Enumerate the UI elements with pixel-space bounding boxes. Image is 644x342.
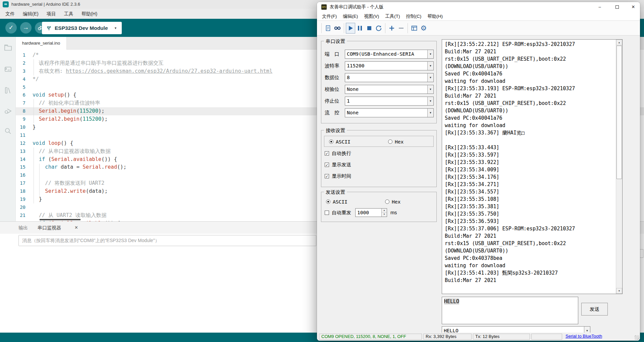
code-text: // 从串口监视器读取输入数据	[33, 148, 111, 156]
send-text-selected: HELLO	[444, 298, 459, 304]
receive-check-1[interactable]: ✓显示发送	[325, 161, 351, 168]
stepper-down-icon[interactable]: ▼	[382, 213, 387, 217]
editor-horizontal-scrollbar[interactable]	[40, 219, 80, 220]
serial-menu-item-2[interactable]: 视图(V)	[361, 12, 382, 21]
panel-layout-icon[interactable]	[410, 23, 419, 34]
chevron-down-icon[interactable]: ▼	[427, 109, 433, 117]
gear-icon: ⚙	[421, 25, 427, 32]
serial-menu-item-4[interactable]: 控制(C)	[403, 12, 425, 21]
serial-window-title: 友善串口调试助手 - 个人版	[330, 2, 384, 12]
port-settings-title: 串口设置	[324, 38, 347, 45]
send-text: HELLO	[444, 298, 576, 304]
port-setting-value-2: 8	[345, 73, 433, 82]
ms-unit-label: ms	[390, 210, 397, 215]
line-number: 6	[16, 91, 33, 99]
arduino-menu-item-2[interactable]: 项目	[43, 9, 60, 19]
receive-hex-radio[interactable]: Hex	[388, 136, 404, 147]
chevron-down-icon[interactable]: ▼	[427, 85, 433, 94]
serial-menu-item-5[interactable]: 帮助(H)	[424, 12, 446, 21]
code-text: }	[33, 123, 36, 131]
tab-hardware-serial-ino[interactable]: hardware_serial.ino	[16, 37, 67, 50]
close-button[interactable]: ✕	[628, 3, 638, 11]
close-icon[interactable]: ✕	[74, 222, 78, 234]
board-selector[interactable]: ESP32S3 Dev Module ▼	[42, 22, 122, 34]
scroll-up-icon[interactable]: ▲	[616, 40, 622, 45]
settings-gear-icon[interactable]: ⚙	[419, 23, 428, 34]
port-setting-select-1[interactable]: 115200▼	[345, 61, 434, 70]
serial-menu-item-3[interactable]: 工具(T)	[382, 12, 403, 21]
code-text: Serial2.begin(115200);	[33, 115, 108, 123]
serial-menu-item-0[interactable]: 文件(F)	[319, 12, 340, 21]
line-number: 18	[16, 187, 33, 195]
port-setting-select-0[interactable]: COM9(USB-Enhanced-SERIA▼	[345, 50, 434, 59]
line-number: 11	[16, 131, 33, 139]
code-text: Serial2.write(data);	[33, 187, 108, 195]
minus-icon[interactable]	[396, 23, 406, 34]
arduino-menu-item-3[interactable]: 工具	[60, 9, 77, 19]
send-button[interactable]: 发送	[581, 303, 608, 316]
log-line-16: [Rx][23:55:33.922]	[445, 159, 616, 166]
receive-log-area[interactable]: [Rx][23:55:22.212] ESP-ROM:esp32s3-20210…	[442, 39, 623, 294]
pause-icon[interactable]	[355, 23, 365, 34]
chevron-down-icon[interactable]: ▼	[427, 62, 433, 70]
port-setting-select-3[interactable]: None▼	[345, 85, 434, 94]
receive-format-strip: ASCII Hex	[324, 136, 434, 147]
new-doc-icon[interactable]	[323, 23, 333, 34]
arduino-menu-item-1[interactable]: 编辑(E)	[19, 9, 43, 19]
verify-button[interactable]: ✓	[5, 22, 17, 34]
port-setting-select-5[interactable]: None▼	[345, 108, 434, 117]
scroll-down-icon[interactable]: ▼	[616, 288, 622, 294]
stepper-up-icon[interactable]: ▲	[382, 209, 387, 213]
minimize-button[interactable]: –	[595, 3, 605, 11]
log-line-26: Build:Mar 27 2021	[445, 232, 616, 240]
upload-button[interactable]: →	[20, 22, 32, 34]
stop-icon[interactable]	[365, 23, 374, 34]
send-textarea[interactable]: HELLO	[442, 297, 578, 324]
log-scrollbar[interactable]: ▲ ▼	[616, 40, 622, 294]
log-line-0: [Rx][23:55:22.212] ESP-ROM:esp32s3-20210…	[445, 41, 616, 48]
record-icon[interactable]	[333, 23, 342, 34]
play-icon[interactable]	[346, 23, 355, 34]
library-manager-icon[interactable]	[3, 86, 13, 95]
status-rx-bytes: Rx: 3,392 Bytes	[423, 334, 472, 340]
maximize-button[interactable]	[612, 3, 622, 11]
code-text: 该程序作用是通过串口助手与串口监视器进行数据交互	[33, 59, 164, 67]
arduino-window-title: hardware_serial | Arduino IDE 2.3.6	[11, 0, 80, 9]
refresh-icon[interactable]	[374, 23, 383, 34]
receive-check-2[interactable]: ✓显示时间	[325, 173, 351, 179]
resize-grip[interactable]	[635, 335, 639, 340]
tab-output[interactable]: 输出	[18, 222, 28, 234]
scrollbar-thumb[interactable]	[616, 46, 622, 179]
debugger-icon[interactable]	[3, 106, 13, 116]
send-ascii-radio[interactable]: ASCII	[326, 196, 347, 207]
chevron-down-icon[interactable]: ▼	[427, 73, 433, 82]
receive-check-0[interactable]: ✓自动换行	[325, 150, 351, 157]
log-line-22: [Rx][23:55:35.381]	[445, 203, 616, 210]
port-setting-select-4[interactable]: 1▼	[345, 97, 434, 106]
search-icon[interactable]	[3, 126, 13, 136]
serial-to-bluetooth-link[interactable]: Serial to BlueTooth	[564, 334, 605, 340]
sketchbook-icon[interactable]	[3, 43, 13, 52]
line-number: 5	[16, 83, 33, 92]
port-setting-label-2: 数据位	[325, 74, 345, 81]
arduino-menu-item-4[interactable]: 帮助(H)	[77, 9, 101, 19]
plus-icon[interactable]	[387, 23, 396, 34]
log-line-1: Build:Mar 27 2021	[445, 48, 616, 55]
chevron-down-icon[interactable]: ▼	[427, 50, 433, 58]
auto-resend-checkbox[interactable]	[325, 211, 329, 215]
receive-ascii-radio[interactable]: ASCII	[329, 136, 351, 147]
chevron-down-icon[interactable]: ▼	[427, 97, 433, 105]
tab-serial-monitor[interactable]: 串口监视器	[38, 222, 61, 234]
port-setting-value-5: None	[345, 109, 433, 117]
serial-titlebar: SPU 友善串口调试助手 - 个人版 – ✕	[317, 2, 640, 12]
arduino-menu-item-0[interactable]: 文件	[1, 9, 19, 19]
port-setting-label-1: 波特率	[325, 63, 345, 69]
stepper-arrows[interactable]: ▲ ▼	[381, 209, 387, 217]
boards-manager-icon[interactable]	[3, 64, 13, 74]
log-line-19: [Rx][23:55:34.271]	[445, 181, 616, 188]
port-setting-select-2[interactable]: 8▼	[345, 73, 434, 82]
serial-monitor-message-input[interactable]: 消息（按回车将消息发送到"COM8"上的"ESP32S3 Dev Module"…	[18, 235, 316, 246]
send-hex-radio[interactable]: Hex	[385, 196, 400, 207]
serial-menu-item-1[interactable]: 编辑(E)	[340, 12, 361, 21]
resend-interval-stepper[interactable]: 1000 ▲ ▼	[355, 208, 387, 217]
